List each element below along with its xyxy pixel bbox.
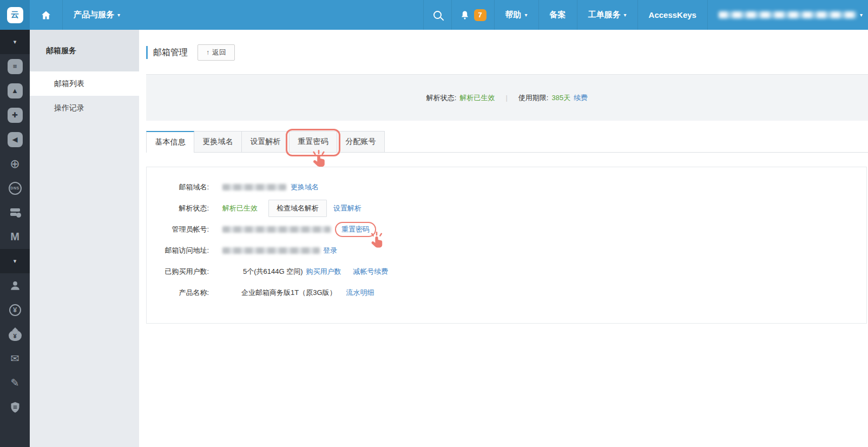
rail-item-user[interactable] (0, 273, 30, 298)
nav-help-label: 帮助 (505, 10, 522, 20)
home-button[interactable] (30, 0, 62, 30)
row-admin-account: 管理员帐号: 重置密码 (147, 219, 866, 240)
nav-ticket-service[interactable]: 工单服务 ▾ (577, 0, 637, 30)
main-content: 邮箱管理 ↑ 返回 解析状态: 解析已生效 | 使用期限: 385天 续费 基本… (139, 30, 868, 447)
resolution-status-value: 解析已生效 (459, 93, 495, 103)
topbar: 云 产品与服务 ▾ 7 帮助 ▾ 备案 工单服务 ▾ AccessKeys ▾ (0, 0, 868, 30)
title-accent-bar (146, 46, 148, 59)
rail-collapse-bottom[interactable]: ▾ (0, 249, 30, 273)
usage-period-label: 使用期限: (518, 93, 549, 103)
sidebar-item-label: 操作记录 (54, 103, 84, 113)
tab-basic-info[interactable]: 基本信息 (146, 131, 194, 153)
tab-reset-password[interactable]: 重置密码 (289, 131, 337, 153)
chevron-down-icon: ▾ (117, 12, 120, 18)
rail-item-edit[interactable]: ✎ (0, 371, 30, 395)
tab-label: 分配账号 (346, 137, 376, 147)
renew-link[interactable]: 续费 (574, 93, 588, 103)
rail-collapse-top[interactable]: ▾ (0, 30, 30, 54)
sidebar-item-mailbox-list[interactable]: 邮箱列表 (30, 71, 139, 96)
rail-item-dns[interactable]: DNS (0, 176, 30, 200)
mail-domain-value-redacted (222, 184, 286, 190)
check-domain-resolution-button[interactable]: 检查域名解析 (268, 200, 327, 217)
account-name-redacted (719, 11, 857, 18)
nav-beian[interactable]: 备案 (538, 0, 577, 30)
search-icon (433, 11, 442, 19)
tab-label: 设置解析 (251, 137, 281, 147)
resolution-value: 解析已生效 (222, 203, 258, 213)
nav-accesskeys[interactable]: AccessKeys (637, 0, 707, 30)
rail-item-announce[interactable]: ◀ (0, 127, 30, 152)
reset-password-link[interactable]: 重置密码 (341, 225, 370, 233)
topbar-spacer (131, 0, 423, 30)
set-resolution-link[interactable]: 设置解析 (333, 203, 361, 213)
storage-stack-icon (9, 207, 22, 219)
nav-help[interactable]: 帮助 ▾ (494, 0, 538, 30)
chevron-down-icon: ▾ (14, 38, 17, 45)
sidebar: 邮箱服务 邮箱列表 操作记录 (30, 30, 139, 447)
notification-count-badge[interactable]: 7 (474, 9, 486, 21)
dns-icon: DNS (9, 182, 22, 195)
yen-circle-icon: ¥ (9, 304, 21, 316)
change-domain-link[interactable]: 更换域名 (291, 182, 319, 192)
basic-info-panel: 邮箱域名: 更换域名 解析状态: 解析已生效 检查域名解析 设置解析 管理员帐号… (146, 167, 867, 324)
chevron-down-icon: ▾ (860, 12, 863, 18)
resolution-status-label: 解析状态: (426, 93, 457, 103)
arrow-up-icon: ↑ (206, 49, 209, 56)
tab-set-resolution[interactable]: 设置解析 (241, 131, 290, 153)
nav-beian-label: 备案 (550, 10, 566, 20)
webmail-url-label: 邮箱访问地址: (147, 246, 209, 255)
chevron-down-icon: ▾ (525, 12, 528, 18)
tab-bar: 基本信息 更换域名 设置解析 重置密码 (146, 131, 868, 153)
rail-item-mail-m[interactable]: M (0, 225, 30, 249)
rail-item-billing[interactable]: ¥ (0, 298, 30, 322)
status-separator: | (505, 94, 507, 102)
rail-item-network[interactable]: ✚ (0, 103, 30, 127)
row-mail-domain: 邮箱域名: 更换域名 (147, 176, 866, 198)
user-icon (9, 280, 21, 292)
webmail-url-value-redacted (222, 247, 320, 254)
nav-products[interactable]: 产品与服务 ▾ (62, 0, 131, 30)
reduce-account-renew-link[interactable]: 减帐号续费 (353, 267, 389, 277)
admin-account-label: 管理员帐号: (147, 225, 209, 234)
tab-assign-accounts[interactable]: 分配账号 (337, 131, 385, 153)
status-bar: 解析状态: 解析已生效 | 使用期限: 385天 续费 (146, 74, 868, 121)
mail-m-icon: M (10, 231, 19, 243)
tab-label: 更换域名 (203, 137, 233, 147)
chevron-down-icon: ▾ (14, 258, 17, 265)
app-service-icon: ▲ (8, 83, 23, 98)
billing-detail-link[interactable]: 流水明细 (346, 288, 374, 298)
tab-label: 基本信息 (155, 137, 186, 147)
row-purchased-users: 已购买用户数: 5个(共6144G 空间) 购买用户数 减帐号续费 (147, 261, 866, 282)
login-link[interactable]: 登录 (323, 246, 337, 255)
back-button[interactable]: ↑ 返回 (198, 44, 235, 61)
account-menu[interactable]: ▾ (707, 0, 868, 30)
rail-item-funds[interactable]: ¥ (0, 322, 30, 346)
tab-change-domain[interactable]: 更换域名 (194, 131, 242, 153)
rail-item-console[interactable]: ≡ (0, 54, 30, 78)
rail-item-security[interactable] (0, 395, 30, 419)
shield-icon (10, 402, 21, 413)
cloud-logo-icon: 云 (7, 7, 23, 23)
buy-users-link[interactable]: 购买用户数 (306, 267, 341, 277)
annotation-highlight-oval: 重置密码 (335, 222, 376, 237)
rail-item-app-service[interactable]: ▲ (0, 78, 30, 103)
globe-icon: ⊕ (10, 158, 19, 170)
page-header: 邮箱管理 ↑ 返回 (146, 44, 235, 61)
rail-item-globe[interactable]: ⊕ (0, 152, 30, 176)
chevron-down-icon: ▾ (624, 12, 627, 18)
mail-domain-label: 邮箱域名: (147, 182, 209, 192)
sidebar-item-operation-log[interactable]: 操作记录 (30, 96, 139, 120)
sidebar-header-label: 邮箱服务 (46, 46, 76, 56)
rail-item-storage[interactable] (0, 200, 30, 225)
row-webmail-url: 邮箱访问地址: 登录 (147, 240, 866, 261)
notifications-button[interactable]: 7 (451, 0, 494, 30)
announce-icon: ◀ (8, 132, 23, 147)
purchased-users-label: 已购买用户数: (147, 267, 209, 277)
rail-item-mail[interactable]: ✉ (0, 346, 30, 371)
console-logo[interactable]: 云 (0, 0, 30, 30)
sidebar-item-label: 邮箱列表 (54, 79, 84, 89)
row-resolution-status: 解析状态: 解析已生效 检查域名解析 设置解析 (147, 198, 866, 219)
network-node-icon: ✚ (8, 108, 23, 123)
search-button[interactable] (423, 0, 451, 30)
sidebar-header: 邮箱服务 (30, 30, 139, 71)
